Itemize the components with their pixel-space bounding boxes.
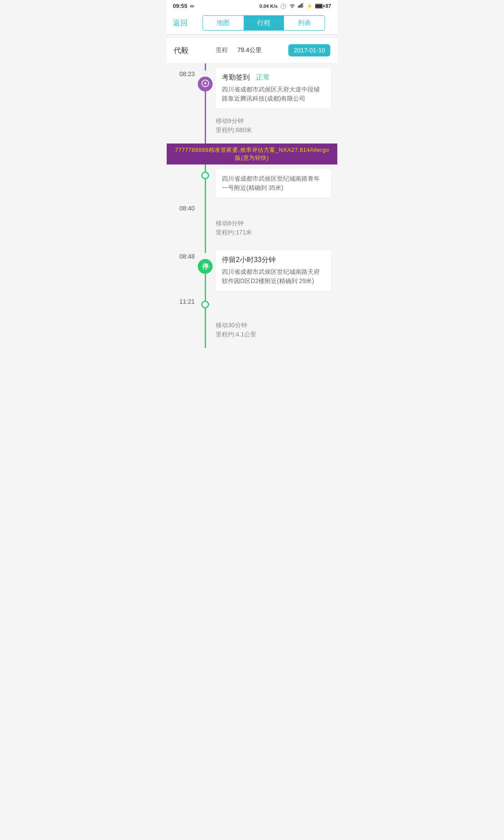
card-stop-address: 四川省成都市武侯区世纪城南路天府软件园D区D2楼附近(精确到 29米) (222, 267, 325, 286)
line-1121 (196, 295, 214, 317)
line-0848: 停 (196, 246, 214, 295)
card-checkin-address: 四川省成都市武侯区天府大道中段辅路靠近腾讯科技(成都)有限公司 (222, 85, 325, 103)
clock-icon: 🕐 (280, 3, 287, 9)
svg-rect-7 (315, 4, 322, 8)
tab-trip[interactable]: 行程 (244, 16, 284, 30)
move-segment-3: 移动30分钟 里程约:4.1公里 (167, 317, 337, 348)
timeline: 08:23 ☉ 考勤签到 正常 四川省成都市武侯区天府大道中段辅路靠近腾讯科技(… (167, 63, 337, 361)
card-loc1-address: 四川省成都市武侯区世纪城南路青年一号附近(精确到 35米) (222, 174, 325, 192)
timeline-item-stop: 08:48 停 停留2小时33分钟 四川省成都市武侯区世纪城南路天府软件园D区D… (167, 246, 337, 295)
move3-distance: 里程约:4.1公里 (216, 331, 331, 339)
vline-bottom-1121 (205, 308, 206, 317)
dot-small-green-1121 (201, 301, 209, 308)
content-0823: 考勤签到 正常 四川省成都市武侯区天府大道中段辅路靠近腾讯科技(成都)有限公司 (214, 63, 337, 113)
content-stop: 停留2小时33分钟 四川省成都市武侯区世纪城南路天府软件园D区D2楼附近(精确到… (214, 246, 337, 295)
svg-rect-1 (299, 5, 300, 7)
time-0840: 08:40 (167, 202, 196, 215)
move1-distance: 里程约:680米 (216, 126, 331, 134)
time-move2 (167, 215, 196, 246)
svg-rect-3 (301, 3, 302, 8)
time-083x (167, 164, 196, 202)
infinity-icon: ∞ (190, 3, 194, 9)
svg-rect-4 (303, 3, 304, 8)
ad-text: 7777788888精准管家婆,效率评估方案_NXA27.814Allergo版… (175, 147, 329, 161)
content-083x: 四川省成都市武侯区世纪城南路青年一号附近(精确到 35米) (214, 164, 337, 202)
content-move3: 移动30分钟 里程约:4.1公里 (214, 317, 337, 348)
time-move3 (167, 317, 196, 348)
card-stop-title: 停留2小时33分钟 (222, 256, 325, 265)
vline-move3 (205, 317, 206, 348)
vline-top-stop (205, 246, 206, 253)
line-move3 (196, 317, 214, 348)
move3-duration: 移动30分钟 (216, 322, 331, 329)
content-0840 (214, 202, 337, 215)
line-0840 (196, 202, 214, 215)
nav-tabs: 地图 行程 列表 (203, 15, 325, 31)
nav-bar: 返回 地图 行程 列表 (167, 12, 337, 35)
network-speed: 0.04 K/s (259, 4, 278, 9)
dot-stop: 停 (198, 259, 213, 274)
move2-duration: 移动8分钟 (216, 220, 331, 228)
svg-rect-0 (298, 6, 299, 7)
svg-rect-2 (300, 4, 301, 7)
vline-top-2 (205, 164, 206, 172)
content-move2: 移动8分钟 里程约:171米 (214, 215, 337, 246)
line-move1 (196, 113, 214, 144)
wifi-icon (289, 3, 296, 9)
battery-level: 87 (315, 3, 331, 9)
charging-icon: ⚡ (306, 3, 313, 9)
vline-bottom-stop (205, 274, 206, 295)
line-0823: ☉ (196, 63, 214, 113)
timeline-item-1121: 11:21 (167, 295, 337, 317)
status-left: 09:55 ∞ (173, 3, 194, 9)
vline-top-1121 (205, 295, 206, 301)
timeline-item-loc1: 四川省成都市武侯区世纪城南路青年一号附近(精确到 35米) (167, 164, 337, 202)
card-checkin-title: 考勤签到 正常 (222, 73, 325, 82)
mileage-value: 79.4公里 (238, 46, 262, 54)
status-normal-badge: 正常 (256, 74, 270, 81)
dot-fingerprint: ☉ (198, 77, 213, 91)
line-083x (196, 164, 214, 202)
card-checkin: 考勤签到 正常 四川省成都市武侯区天府大道中段辅路靠近腾讯科技(成都)有限公司 (216, 68, 331, 108)
vline-move1 (205, 113, 206, 144)
tab-map[interactable]: 地图 (203, 16, 244, 30)
card-loc1: 四川省成都市武侯区世纪城南路青年一号附近(精确到 35米) (216, 169, 331, 198)
move-segment-2: 移动8分钟 里程约:171米 (167, 215, 337, 246)
card-stop: 停留2小时33分钟 四川省成都市武侯区世纪城南路天府软件园D区D2楼附近(精确到… (216, 250, 331, 291)
time-0848: 08:48 (167, 246, 196, 295)
mileage-label: 里程 (216, 46, 228, 54)
time-0823: 08:23 (167, 63, 196, 113)
vline-0840 (205, 202, 206, 215)
vline-bottom-0 (205, 91, 206, 113)
line-move2 (196, 215, 214, 246)
employee-name: 代毅 (174, 46, 189, 56)
timeline-item-checkin: 08:23 ☉ 考勤签到 正常 四川省成都市武侯区天府大道中段辅路靠近腾讯科技(… (167, 63, 337, 113)
vline-top-0 (205, 63, 206, 70)
vline-move2 (205, 215, 206, 246)
status-right: 0.04 K/s 🕐 ⚡ 87 (259, 3, 331, 9)
timeline-item-0840: 08:40 (167, 202, 337, 215)
move1-duration: 移动9分钟 (216, 117, 331, 125)
move-segment-1: 移动9分钟 里程约:680米 (167, 113, 337, 144)
dot-small-green-1 (201, 172, 209, 179)
tab-list[interactable]: 列表 (284, 16, 325, 30)
ad-banner: 7777788888精准管家婆,效率评估方案_NXA27.814Allergo版… (167, 144, 337, 164)
move2-distance: 里程约:171米 (216, 229, 331, 237)
date-badge: 2017-01-10 (288, 44, 330, 56)
content-move1: 移动9分钟 里程约:680米 (214, 113, 337, 144)
status-time: 09:55 (173, 3, 187, 9)
time-move1 (167, 113, 196, 144)
status-bar: 09:55 ∞ 0.04 K/s 🕐 ⚡ (167, 0, 337, 12)
info-bar: 代毅 里程 79.4公里 2017-01-10 (167, 38, 337, 63)
time-1121: 11:21 (167, 295, 196, 317)
vline-bottom-2 (205, 179, 206, 202)
svg-rect-6 (323, 5, 324, 7)
signal-icon (298, 3, 304, 9)
back-button[interactable]: 返回 (173, 18, 188, 28)
content-1121 (214, 295, 337, 317)
